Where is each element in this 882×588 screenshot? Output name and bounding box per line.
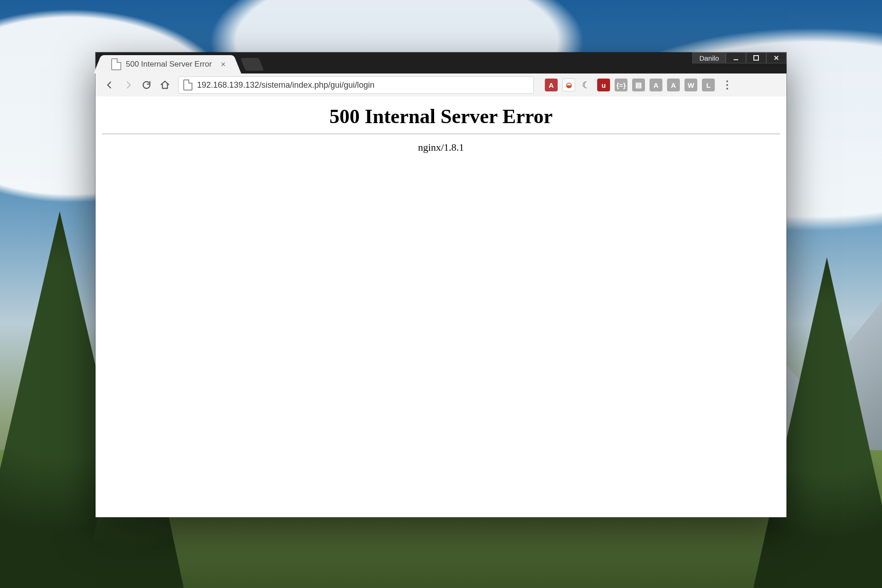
letter-a-icon[interactable]: A [667, 79, 680, 91]
home-button[interactable] [157, 77, 173, 93]
document-icon [111, 58, 121, 70]
angular-icon[interactable]: A [545, 79, 558, 91]
page-viewport[interactable]: 500 Internal Server Error nginx/1.8.1 [96, 96, 786, 517]
close-window-button[interactable] [766, 52, 786, 63]
reload-button[interactable] [139, 77, 154, 93]
window-controls: Danilo [692, 52, 786, 63]
titlebar: 500 Internal Server Error × Danilo [96, 52, 786, 74]
maximize-button[interactable] [746, 52, 766, 63]
server-icon[interactable]: ▤ [632, 79, 645, 91]
shield-icon[interactable]: ◒ [562, 79, 575, 91]
server-signature: nginx/1.8.1 [96, 141, 786, 153]
new-tab-button[interactable] [240, 58, 264, 71]
address-bar-url: 192.168.139.132/sistema/index.php/gui/gu… [197, 80, 374, 90]
letter-l-icon[interactable]: L [702, 79, 715, 91]
tab-title: 500 Internal Server Error [126, 60, 212, 69]
forward-button[interactable] [120, 77, 136, 93]
profile-badge[interactable]: Danilo [692, 52, 726, 63]
divider [102, 134, 780, 134]
minimize-button[interactable] [726, 52, 746, 63]
browser-menu-button[interactable] [721, 80, 733, 90]
browser-window: 500 Internal Server Error × Danilo [96, 52, 786, 517]
browser-tab[interactable]: 500 Internal Server Error × [104, 55, 231, 74]
back-button[interactable] [102, 77, 118, 93]
site-info-icon[interactable] [183, 79, 192, 90]
extension-icons: A◒☾u{=}▤AAWL [545, 79, 715, 91]
browser-toolbar: 192.168.139.132/sistema/index.php/gui/gu… [96, 74, 786, 97]
angular2-icon[interactable]: A [650, 79, 662, 91]
crescent-icon[interactable]: ☾ [580, 79, 593, 91]
error-heading: 500 Internal Server Error [96, 105, 786, 128]
svg-rect-0 [754, 56, 758, 60]
letter-w-icon[interactable]: W [684, 79, 697, 91]
braces-icon[interactable]: {=} [615, 79, 628, 91]
ublock-icon[interactable]: u [597, 79, 610, 91]
desktop-wallpaper: 500 Internal Server Error × Danilo [0, 0, 882, 588]
tab-close-button[interactable]: × [221, 60, 226, 68]
address-bar[interactable]: 192.168.139.132/sistema/index.php/gui/gu… [178, 76, 534, 94]
